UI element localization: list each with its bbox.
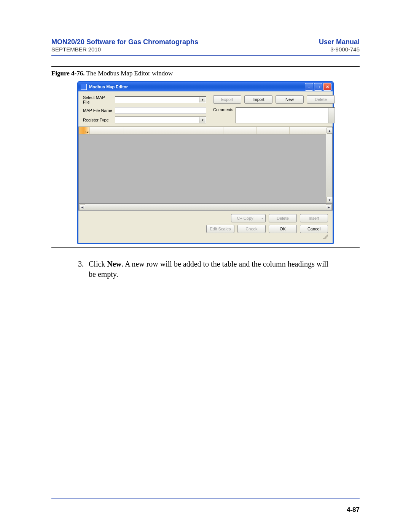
- page-number: 4-87: [347, 506, 360, 514]
- new-button[interactable]: New: [276, 95, 304, 104]
- resize-grip-icon[interactable]: [323, 234, 328, 239]
- scroll-down-icon[interactable]: ▼: [327, 197, 333, 203]
- select-map-file-combo[interactable]: [115, 96, 206, 103]
- ok-button[interactable]: OK: [269, 225, 297, 233]
- scroll-right-icon[interactable]: ▶: [326, 204, 332, 210]
- close-button[interactable]: ✕: [323, 83, 331, 91]
- c-copy-dropdown-icon[interactable]: ▾: [259, 214, 266, 222]
- select-map-file-label: Select MAP File: [83, 95, 113, 104]
- insert-button[interactable]: Insert: [300, 214, 328, 222]
- import-button[interactable]: Import: [244, 95, 272, 104]
- app-icon: [81, 84, 87, 90]
- instruction-step-3: 3. Click New. A new row will be added to…: [78, 259, 337, 280]
- doc-date: SEPTEMBER 2010: [51, 46, 101, 53]
- grid-col-1[interactable]: [89, 127, 124, 134]
- grid-index-cell[interactable]: ▫◢: [79, 127, 89, 134]
- grid-col-5[interactable]: [223, 127, 256, 134]
- export-button[interactable]: Export: [213, 95, 241, 104]
- figure-rule-bottom: [51, 247, 360, 248]
- footer-rule: [51, 498, 360, 498]
- grid-horizontal-scrollbar[interactable]: ◀ ▶: [78, 204, 333, 211]
- scroll-up-icon[interactable]: ▲: [327, 128, 333, 134]
- figure-rule-top: [51, 66, 360, 67]
- figure-number: Figure 4-76.: [51, 70, 85, 77]
- maximize-button[interactable]: □: [314, 83, 322, 91]
- grid-col-4[interactable]: [190, 127, 223, 134]
- grid-header-row: ▫◢: [79, 127, 332, 134]
- register-type-combo[interactable]: [115, 117, 206, 123]
- c-copy-split-button[interactable]: C+ Copy ▾: [231, 214, 266, 222]
- minimize-button[interactable]: –: [305, 83, 313, 91]
- header-rule: [51, 55, 360, 56]
- delete-row-button[interactable]: Delete: [269, 214, 297, 222]
- grid-col-3[interactable]: [157, 127, 190, 134]
- step-number: 3.: [78, 259, 89, 280]
- doc-title-left: MON20/20 Software for Gas Chromatographs: [51, 38, 198, 46]
- edit-scales-button[interactable]: Edit Scales: [206, 225, 234, 233]
- modbus-map-editor-window: Modbus Map Editor – □ ✕ Select MAP File …: [77, 81, 334, 244]
- figure-title: The Modbus Map Editor window: [86, 70, 173, 77]
- data-grid[interactable]: ▫◢ ▲ ▼: [78, 127, 333, 204]
- window-title: Modbus Map Editor: [89, 85, 128, 89]
- grid-vertical-scrollbar[interactable]: ▲ ▼: [326, 127, 332, 203]
- delete-top-button[interactable]: Delete: [307, 95, 335, 104]
- figure-caption: Figure 4-76. The Modbus Map Editor windo…: [51, 70, 360, 77]
- map-file-name-label: MAP File Name: [83, 108, 113, 113]
- step-text: Click New. A new row will be added to th…: [89, 259, 337, 280]
- doc-number: 3-9000-745: [330, 46, 360, 53]
- comments-label: Comments: [213, 107, 233, 112]
- window-titlebar[interactable]: Modbus Map Editor – □ ✕: [78, 82, 333, 91]
- c-copy-button[interactable]: C+ Copy: [231, 214, 259, 222]
- check-button[interactable]: Check: [237, 225, 266, 233]
- cancel-button[interactable]: Cancel: [300, 225, 328, 233]
- doc-title-right: User Manual: [319, 38, 360, 46]
- grid-col-6[interactable]: [256, 127, 290, 134]
- comments-textarea[interactable]: [236, 107, 335, 123]
- scroll-left-icon[interactable]: ◀: [79, 204, 85, 210]
- register-type-label: Register Type: [83, 118, 113, 122]
- grid-col-2[interactable]: [124, 127, 157, 134]
- map-file-name-input[interactable]: [115, 107, 206, 114]
